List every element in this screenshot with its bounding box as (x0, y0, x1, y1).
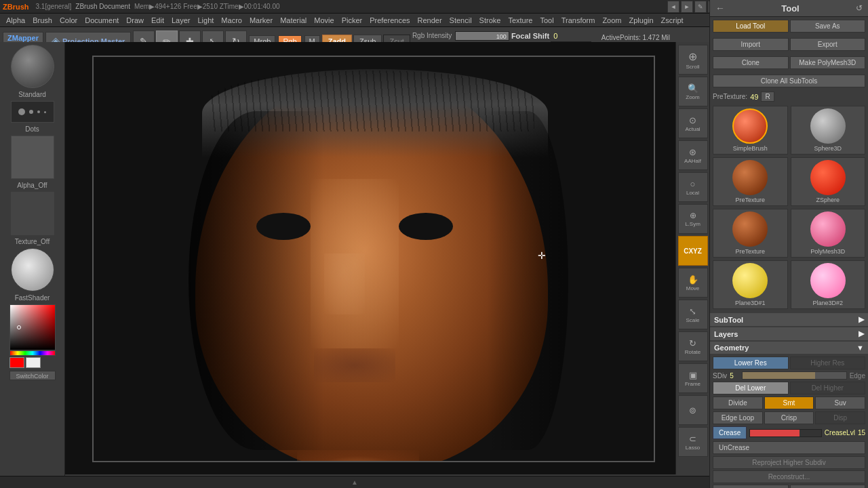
cxyz-button[interactable]: CXYZ (678, 236, 708, 266)
divide-button[interactable]: Divide (713, 396, 763, 409)
uncrease-button[interactable]: UnCrease (713, 441, 865, 454)
background-color-swatch[interactable] (26, 357, 41, 368)
export-button[interactable]: Export (790, 38, 866, 51)
brush-preview[interactable] (11, 45, 54, 88)
rotate-rt-button[interactable]: ↻ Rotate (678, 331, 708, 361)
shader-preview[interactable] (11, 248, 54, 291)
subtool-section-header[interactable]: SubTool ▶ (710, 313, 868, 326)
menu-layer[interactable]: Layer (168, 16, 194, 25)
move-rt-button[interactable]: ✋ Move (678, 268, 708, 298)
frame-button[interactable]: ▣ Frame (678, 363, 708, 393)
reconstruct-button[interactable]: Reconstruct... (713, 470, 865, 483)
menu-edit[interactable]: Edit (148, 16, 167, 25)
zoom-button[interactable]: 🔍 Zoom (678, 77, 708, 106)
higher-res-button[interactable]: Higher Res (790, 357, 866, 369)
color-picker[interactable] (9, 304, 56, 368)
del-hidden-button[interactable]: DelHidden (713, 485, 789, 488)
crease-button[interactable]: Crease (713, 426, 747, 439)
eye-right (399, 213, 453, 240)
r-button[interactable]: R (761, 92, 774, 102)
del-higher-button[interactable]: Del Higher (790, 382, 866, 394)
tool-thumb-polymesh3d[interactable]: PolyMesh3D (791, 209, 866, 258)
aahalf-icon: ⊛ (689, 147, 696, 157)
tool-panel-close-icon[interactable]: ← (715, 3, 725, 14)
reproject-button[interactable]: Reproject Higher Subdiv (713, 456, 865, 469)
menu-picker[interactable]: Picker (338, 16, 366, 25)
menu-brush[interactable]: Brush (29, 16, 56, 25)
load-tool-button[interactable]: Load Tool (713, 20, 789, 33)
menu-zplugin[interactable]: Zplugin (626, 16, 657, 25)
crease-level-slider[interactable] (749, 429, 822, 437)
unknown-rt-button[interactable]: ⊚ (678, 395, 708, 425)
insert-mesh-button[interactable]: InsertMesh (790, 485, 866, 488)
local-button[interactable]: ○ Local (678, 172, 708, 202)
actual-button[interactable]: ⊙ Actual (678, 108, 708, 138)
menu-draw[interactable]: Draw (123, 16, 147, 25)
rgb-intensity-slider[interactable]: 100 (455, 31, 509, 41)
geometry-section-header[interactable]: Geometry ▼ (710, 342, 868, 354)
foreground-color-swatch[interactable] (9, 357, 24, 368)
menu-macro[interactable]: Macro (218, 16, 245, 25)
icon-edit[interactable]: ✎ (694, 1, 707, 13)
menu-transform[interactable]: Transform (558, 16, 599, 25)
menu-preferences[interactable]: Preferences (366, 16, 413, 25)
tool-thumb-simplebush[interactable]: SimpleBrush (713, 106, 788, 155)
stroke-preview[interactable] (11, 101, 54, 123)
smt-button[interactable]: Smt (764, 396, 814, 409)
tool-thumb-sphere3d[interactable]: Sphere3D (791, 106, 866, 155)
menu-tool[interactable]: Tool (536, 16, 557, 25)
tool-thumb-plane3d1[interactable]: Plane3D#1 (713, 260, 788, 309)
menu-document[interactable]: Document (81, 16, 122, 25)
tool-thumb-pretexture2[interactable]: PreTexture (713, 209, 788, 258)
scale-rt-button[interactable]: ⤡ Scale (678, 300, 708, 329)
texture-preview[interactable] (11, 192, 54, 235)
canvas-frame[interactable]: ✛ (92, 56, 655, 462)
lower-res-button[interactable]: Lower Res (713, 357, 789, 369)
3d-viewport[interactable]: ✛ (94, 57, 654, 461)
menu-stroke[interactable]: Stroke (476, 16, 505, 25)
menu-alpha[interactable]: Alpha (3, 16, 28, 25)
menu-zoom[interactable]: Zoom (599, 16, 625, 25)
lsym-label: L.Sym (685, 221, 701, 227)
menu-render[interactable]: Render (414, 16, 446, 25)
icon-nav-left[interactable]: ◄ (667, 1, 679, 13)
switch-color-button[interactable]: SwitchColor (9, 371, 56, 380)
tool-thumb-zsphere[interactable]: ZSphere (791, 157, 866, 206)
menu-color[interactable]: Color (56, 16, 81, 25)
plane3d2-label: Plane3D#2 (812, 300, 843, 306)
menu-texture[interactable]: Texture (505, 16, 536, 25)
menu-movie[interactable]: Movie (311, 16, 337, 25)
clone-button[interactable]: Clone (713, 56, 789, 69)
edge-loop-row: Edge Loop Crisp Disp (713, 411, 865, 424)
crisp-button[interactable]: Crisp (764, 411, 814, 424)
color-gradient[interactable] (9, 304, 56, 350)
hue-bar[interactable] (9, 350, 56, 356)
canvas-area[interactable]: ✛ (65, 42, 675, 474)
tool-thumb-pretexture1[interactable]: PreTexture (713, 157, 788, 206)
sdiv-slider[interactable] (742, 371, 847, 380)
menu-material[interactable]: Material (277, 16, 310, 25)
layers-section-header[interactable]: Layers ▶ (710, 327, 868, 340)
clone-all-button[interactable]: Clone All SubTools (713, 75, 865, 87)
lasso-button[interactable]: ⊂ Lasso (678, 427, 708, 457)
import-button[interactable]: Import (713, 38, 789, 51)
menu-light[interactable]: Light (195, 16, 218, 25)
tool-thumb-plane3d2[interactable]: Plane3D#2 (791, 260, 866, 309)
alpha-preview[interactable] (11, 136, 54, 179)
disp-button[interactable]: Disp (815, 411, 865, 424)
edge-loop-button[interactable]: Edge Loop (713, 411, 763, 424)
make-polymesh-button[interactable]: Make PolyMesh3D (790, 56, 866, 69)
scroll-button[interactable]: ⊕ Scroll (678, 45, 708, 75)
menu-zscript[interactable]: Zscript (658, 16, 687, 25)
aahalf-button[interactable]: ⊛ AAHalf (678, 140, 708, 170)
save-as-button[interactable]: Save As (790, 20, 866, 33)
suv-button[interactable]: Suv (815, 396, 865, 409)
tool-clone-row: Clone Make PolyMesh3D (710, 54, 868, 72)
lsym-button[interactable]: ⊕ L.Sym (678, 204, 708, 234)
bottom-arrow-up[interactable]: ▲ (351, 479, 358, 486)
tool-panel-refresh-icon[interactable]: ↺ (856, 3, 863, 13)
icon-nav-right[interactable]: ► (681, 1, 693, 13)
del-lower-button[interactable]: Del Lower (713, 382, 789, 394)
menu-marker[interactable]: Marker (246, 16, 276, 25)
menu-stencil[interactable]: Stencil (446, 16, 475, 25)
